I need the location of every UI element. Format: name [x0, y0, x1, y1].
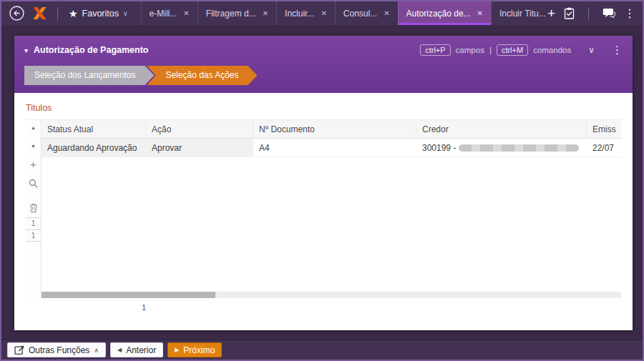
chat-icon: [602, 8, 615, 19]
grid-row[interactable]: Aguardando Aprovação Aprovar A4 300199 -…: [42, 139, 621, 157]
tab-e-millennium[interactable]: e-Mill... ✕: [141, 1, 197, 25]
shortcut-separator: |: [489, 46, 492, 54]
close-icon[interactable]: ✕: [477, 9, 483, 17]
creditor-code: 300199 -: [422, 143, 456, 153]
grid-toolbar: ▲ ▼ + 1 1: [26, 120, 42, 298]
grid-header-row: Status Atual Ação Nº Documento Credor Em…: [42, 120, 621, 139]
add-row-button[interactable]: +: [26, 158, 41, 170]
column-header-emissao[interactable]: Emiss: [587, 120, 621, 138]
new-tab-button[interactable]: +: [547, 6, 555, 20]
tab-label: e-Mill...: [150, 9, 177, 19]
topbar-actions: + ⋮: [546, 6, 637, 20]
app-window: ★ Favoritos ∨ e-Mill... ✕ Filtragem d...…: [0, 0, 644, 361]
cell-acao[interactable]: Aprovar: [146, 139, 253, 157]
fields-label: campos: [456, 46, 484, 54]
column-header-status-atual[interactable]: Status Atual: [42, 120, 146, 138]
collapse-caret-icon[interactable]: ▾: [24, 46, 28, 54]
sort-asc-icon[interactable]: ▲: [26, 125, 41, 130]
other-functions-button[interactable]: Outras Funções ∧: [7, 342, 106, 357]
shortcut-hints: ctrl+P campos | ctrl+M comandos: [420, 44, 571, 56]
close-icon[interactable]: ✕: [321, 9, 326, 17]
back-button[interactable]: [7, 4, 26, 23]
tab-consulta[interactable]: Consul... ✕: [335, 1, 398, 25]
overflow-menu-button[interactable]: ⋮: [624, 6, 635, 20]
commands-label: comandos: [533, 46, 571, 54]
triangle-left-icon: ◀: [117, 347, 122, 353]
sort-desc-icon[interactable]: ▼: [26, 144, 41, 149]
chevron-down-icon: ∨: [123, 10, 128, 17]
clipboard-button[interactable]: [564, 7, 575, 19]
plus-icon: +: [547, 6, 555, 20]
tab-strip: e-Mill... ✕ Filtragem d... ✕ Incluir... …: [141, 1, 546, 25]
star-icon: ★: [69, 8, 78, 19]
tab-label: Autorização de...: [406, 9, 471, 19]
topbar: ★ Favoritos ∨ e-Mill... ✕ Filtragem d...…: [1, 1, 643, 25]
page-indicator: 1: [142, 303, 146, 312]
tab-label: Incluir...: [285, 9, 314, 19]
topbar-divider: [57, 7, 58, 20]
footer-bar: Outras Funções ∧ ◀ Anterior ▶ Próximo: [1, 340, 643, 360]
close-icon[interactable]: ✕: [384, 9, 389, 17]
trash-icon: [29, 203, 38, 213]
panel-title-row: ▾ Autorização de Pagamento ctrl+P campos…: [14, 36, 633, 64]
tab-label: Consul...: [343, 9, 377, 19]
step-selecao-das-acoes[interactable]: Seleção das Ações: [147, 66, 257, 85]
cell-emissao[interactable]: 22/07: [587, 139, 621, 157]
cell-documento[interactable]: A4: [253, 139, 416, 157]
previous-label: Anterior: [126, 345, 156, 355]
step-selecao-dos-lancamentos[interactable]: Seleção dos Lançamentos: [24, 66, 154, 85]
column-header-acao[interactable]: Ação: [146, 120, 253, 138]
cell-credor[interactable]: 300199 -: [416, 139, 587, 157]
clipboard-icon: [564, 7, 575, 19]
next-label: Próximo: [183, 345, 215, 355]
tab-autorizacao-de-pagamento[interactable]: Autorização de... ✕: [398, 1, 491, 25]
main-panel: ▾ Autorização de Pagamento ctrl+P campos…: [14, 36, 633, 330]
section-title: Titulos: [26, 103, 52, 113]
wizard-steps: Seleção dos Lançamentos Seleção das Açõe…: [24, 66, 258, 85]
row-number: 1: [26, 217, 41, 229]
column-header-documento[interactable]: Nº Documento: [253, 120, 416, 138]
data-grid: ▲ ▼ + 1 1: [26, 119, 621, 298]
previous-button[interactable]: ◀ Anterior: [110, 342, 163, 357]
tab-label: Filtragem d...: [206, 9, 256, 19]
magnifier-icon: [29, 179, 38, 188]
favorites-label: Favoritos: [82, 9, 119, 19]
next-button[interactable]: ▶ Próximo: [167, 342, 222, 357]
panel-header: ▾ Autorização de Pagamento ctrl+P campos…: [14, 36, 633, 93]
panel-menu-button[interactable]: ⋮: [612, 44, 623, 56]
panel-title: Autorização de Pagamento: [34, 45, 148, 55]
triangle-right-icon: ▶: [175, 347, 179, 353]
kbd-ctrl-p: ctrl+P: [420, 44, 450, 56]
cell-status[interactable]: Aguardando Aprovação: [42, 139, 146, 157]
step-label: Seleção das Ações: [165, 70, 238, 80]
chat-button[interactable]: [602, 8, 615, 19]
chevron-up-icon: ∧: [94, 347, 99, 354]
close-icon[interactable]: ✕: [263, 9, 268, 17]
redacted-text: [459, 144, 579, 152]
delete-row-button[interactable]: [26, 203, 41, 213]
close-icon[interactable]: ✕: [183, 9, 189, 17]
app-logo-icon: [31, 6, 48, 21]
tab-filtragem[interactable]: Filtragem d... ✕: [197, 1, 276, 25]
panel-chevron-down-icon[interactable]: ∨: [588, 45, 595, 55]
favorites-menu[interactable]: ★ Favoritos ∨: [63, 8, 134, 19]
step-label: Seleção dos Lançamentos: [34, 70, 135, 80]
topbar-divider: [588, 7, 589, 20]
kbd-ctrl-m: ctrl+M: [497, 44, 528, 56]
horizontal-scrollbar[interactable]: [42, 292, 621, 298]
back-arrow-icon: [9, 5, 25, 21]
tab-label: Incluir Titu...: [499, 9, 546, 19]
tab-incluir[interactable]: Incluir... ✕: [276, 1, 335, 25]
column-header-credor[interactable]: Credor: [416, 120, 587, 138]
row-number: 1: [26, 229, 41, 242]
scrollbar-thumb[interactable]: [42, 292, 215, 298]
grid: Status Atual Ação Nº Documento Credor Em…: [42, 120, 621, 157]
search-rows-button[interactable]: [26, 179, 41, 188]
edit-window-icon: [14, 345, 24, 355]
tab-incluir-titulos[interactable]: Incluir Titu... ✕: [491, 1, 546, 25]
other-functions-label: Outras Funções: [29, 345, 89, 355]
